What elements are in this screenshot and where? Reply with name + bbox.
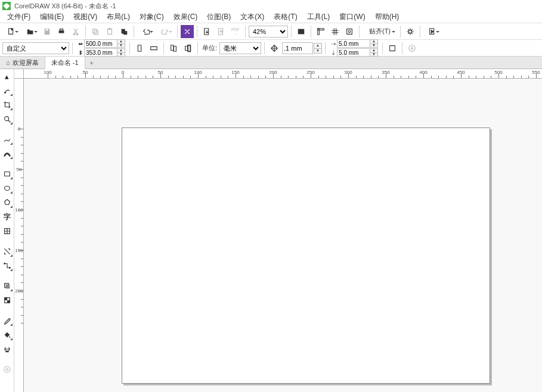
page-height-input[interactable] xyxy=(84,48,117,57)
page-width-up[interactable]: ▲ xyxy=(117,39,125,43)
import-button[interactable] xyxy=(200,25,213,38)
svg-rect-14 xyxy=(298,29,305,34)
horizontal-ruler[interactable]: 10050050100150200250300350400450500550 xyxy=(24,69,542,79)
separator xyxy=(129,42,130,54)
menu-item[interactable]: 工具(L) xyxy=(302,11,335,23)
menu-item[interactable]: 表格(T) xyxy=(269,11,302,23)
dup-y-input[interactable] xyxy=(337,48,370,57)
separator xyxy=(177,26,178,38)
zoom-tool[interactable] xyxy=(1,113,13,125)
menu-item[interactable]: 编辑(E) xyxy=(35,11,69,23)
add-tool-button[interactable] xyxy=(1,363,13,375)
nudge-down[interactable]: ▼ xyxy=(314,48,322,54)
drop-shadow-tool[interactable] xyxy=(1,280,13,292)
shape-tool[interactable] xyxy=(1,85,13,97)
canvas-area: 10050050100150200250300350400450500550 0… xyxy=(14,69,542,392)
show-guidelines-button[interactable] xyxy=(343,25,356,38)
connector-tool[interactable] xyxy=(1,260,13,272)
menu-item[interactable]: 效果(C) xyxy=(169,11,203,23)
pick-tool[interactable]: ▴ xyxy=(1,70,13,82)
svg-rect-16 xyxy=(318,28,324,30)
smart-fill-tool[interactable] xyxy=(1,343,13,355)
crop-tool[interactable] xyxy=(1,99,13,111)
undo-button[interactable] xyxy=(137,25,155,38)
export-button[interactable] xyxy=(215,25,228,38)
new-document-button[interactable] xyxy=(2,25,20,38)
tab-document[interactable]: 未命名 -1 xyxy=(45,57,85,69)
menu-item[interactable]: 位图(B) xyxy=(202,11,236,23)
dup-x-down[interactable]: ▼ xyxy=(370,43,378,48)
page-height-up[interactable]: ▲ xyxy=(117,48,125,52)
page-size-preset[interactable]: 自定义 xyxy=(2,42,69,54)
add-preset-button[interactable] xyxy=(405,42,419,55)
cut-button[interactable] xyxy=(69,25,82,38)
zoom-level-select[interactable]: 42% xyxy=(249,26,288,38)
svg-point-32 xyxy=(4,186,10,191)
page-height-down[interactable]: ▼ xyxy=(117,52,125,57)
dup-y-down[interactable]: ▼ xyxy=(370,52,378,57)
ellipse-tool[interactable] xyxy=(1,182,13,194)
interactive-fill-tool[interactable] xyxy=(1,329,13,341)
full-screen-preview-button[interactable] xyxy=(295,25,308,38)
treat-as-filled-button[interactable] xyxy=(386,42,399,55)
artistic-media-tool[interactable] xyxy=(1,148,13,160)
vertical-ruler[interactable]: 050100150200 xyxy=(14,79,24,392)
snap-to-button[interactable]: 贴齐(T) xyxy=(363,25,397,38)
publish-pdf-button[interactable]: PDF↓ xyxy=(229,25,242,38)
nudge-up[interactable]: ▲ xyxy=(314,43,322,48)
show-rulers-button[interactable] xyxy=(314,25,327,38)
drawing-canvas[interactable] xyxy=(24,79,542,392)
table-tool[interactable] xyxy=(1,225,13,237)
options-button[interactable] xyxy=(404,25,417,38)
units-select[interactable]: 毫米 xyxy=(219,42,261,54)
nudge-distance-input[interactable] xyxy=(282,42,313,54)
save-button[interactable] xyxy=(41,25,54,38)
menu-item[interactable]: 文本(X) xyxy=(236,11,269,23)
menu-item[interactable]: 窗口(W) xyxy=(335,11,370,23)
all-pages-button[interactable] xyxy=(167,42,180,55)
search-content-button[interactable] xyxy=(181,25,194,38)
svg-rect-24 xyxy=(174,46,176,51)
dup-y-up[interactable]: ▲ xyxy=(370,48,378,52)
ruler-origin-button[interactable] xyxy=(14,69,24,79)
eyedropper-tool[interactable] xyxy=(1,315,13,326)
height-icon: ⬍ xyxy=(77,49,84,56)
portrait-button[interactable] xyxy=(133,42,146,55)
nudge-icon xyxy=(268,42,281,55)
transparency-tool[interactable] xyxy=(1,294,13,306)
separator xyxy=(291,26,292,38)
open-button[interactable] xyxy=(21,25,39,38)
home-icon: ⌂ xyxy=(6,59,10,66)
show-grid-button[interactable] xyxy=(329,25,342,38)
dup-x-up[interactable]: ▲ xyxy=(370,39,378,43)
page xyxy=(122,127,490,384)
menu-item[interactable]: 布局(L) xyxy=(102,11,135,23)
paste-button[interactable] xyxy=(103,25,116,38)
dimension-tool[interactable] xyxy=(1,245,13,257)
add-tab-button[interactable]: ＋ xyxy=(85,57,98,69)
current-page-button[interactable] xyxy=(181,42,194,55)
tab-document-label: 未命名 -1 xyxy=(51,58,79,67)
property-bar: 自定义 ⬌▲▼ ⬍▲▼ 单位: 毫米 ▲▼ ⇢▲▼ ⇣▲▼ xyxy=(0,39,542,56)
copy-button[interactable] xyxy=(89,25,102,38)
menu-item[interactable]: 帮助(H) xyxy=(370,11,404,23)
polygon-tool[interactable] xyxy=(1,197,13,209)
menu-item[interactable]: 对象(C) xyxy=(135,11,169,23)
tab-welcome[interactable]: ⌂欢迎屏幕 xyxy=(0,57,45,69)
freehand-tool[interactable] xyxy=(1,133,13,145)
menu-item[interactable]: 视图(V) xyxy=(69,11,102,23)
page-width-input[interactable] xyxy=(84,39,117,48)
separator xyxy=(420,26,420,38)
redo-button[interactable] xyxy=(156,25,174,38)
svg-rect-37 xyxy=(5,284,10,288)
menu-item[interactable]: 文件(F) xyxy=(2,11,35,23)
paste-special-button[interactable] xyxy=(117,25,131,38)
print-button[interactable] xyxy=(55,25,68,38)
page-width-down[interactable]: ▼ xyxy=(117,43,125,48)
dup-x-input[interactable] xyxy=(337,39,370,48)
landscape-button[interactable] xyxy=(147,42,160,55)
rectangle-tool[interactable] xyxy=(1,168,13,180)
svg-rect-12 xyxy=(205,28,209,35)
app-launcher-button[interactable] xyxy=(423,25,441,38)
text-tool[interactable]: 字 xyxy=(1,211,13,223)
